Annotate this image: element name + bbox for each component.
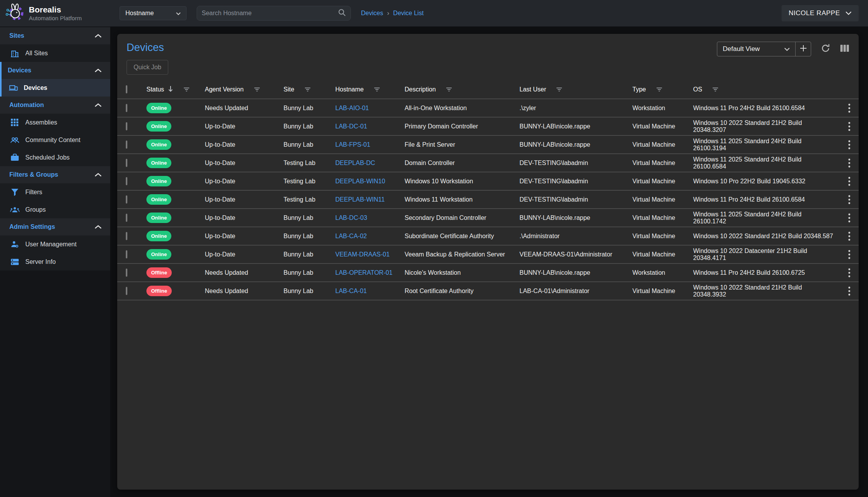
table-row[interactable]: Online Up-to-Date Bunny Lab LAB-FPS-01 F… (117, 135, 859, 154)
site-cell: Testing Lab (277, 172, 329, 190)
hostname-link[interactable]: DEEPLAB-WIN11 (335, 196, 385, 203)
refresh-button[interactable] (820, 43, 831, 55)
table-row[interactable]: Online Up-to-Date Bunny Lab LAB-DC-01 Pr… (117, 117, 859, 135)
row-actions-kebab-icon[interactable] (840, 195, 859, 205)
sidebar-section-filters-groups[interactable]: Filters & Groups (0, 166, 110, 183)
table-row[interactable]: Online Up-to-Date Testing Lab DEEPLAB-WI… (117, 172, 859, 190)
table-row[interactable]: Online Up-to-Date Testing Lab DEEPLAB-WI… (117, 190, 859, 209)
last-user-cell: VEEAM-DRAAS-01\Administrator (513, 245, 626, 263)
select-all-checkbox[interactable] (126, 85, 127, 93)
hostname-link[interactable]: LAB-CA-02 (335, 233, 367, 239)
row-checkbox[interactable] (126, 140, 127, 149)
sidebar-section-automation[interactable]: Automation (0, 97, 110, 114)
breadcrumb-devices[interactable]: Devices (361, 10, 383, 17)
column-header-agent-version[interactable]: Agent Version (205, 86, 244, 93)
sort-descending-icon[interactable] (168, 86, 173, 93)
table-row[interactable]: Online Up-to-Date Testing Lab DEEPLAB-DC… (117, 154, 859, 172)
sidebar-item-all-sites[interactable]: All Sites (0, 44, 110, 62)
row-checkbox[interactable] (126, 177, 127, 185)
hostname-link[interactable]: LAB-AIO-01 (335, 105, 369, 111)
column-header-last-user[interactable]: Last User (519, 86, 546, 93)
hostname-link[interactable]: VEEAM-DRAAS-01 (335, 251, 390, 258)
row-actions-kebab-icon[interactable] (840, 176, 859, 186)
row-actions-kebab-icon[interactable] (840, 231, 859, 241)
sidebar-item-community-content[interactable]: Community Content (0, 131, 110, 149)
site-cell: Bunny Lab (277, 117, 329, 135)
sidebar-section-devices[interactable]: Devices (0, 62, 110, 79)
add-view-button[interactable] (795, 42, 811, 56)
hostname-link[interactable]: LAB-DC-01 (335, 123, 367, 130)
filter-icon[interactable] (712, 87, 718, 92)
sidebar-item-user-management[interactable]: User Management (0, 235, 110, 253)
breadcrumb-device-list[interactable]: Device List (393, 10, 424, 17)
briefcase-icon (10, 153, 19, 162)
hostname-link[interactable]: DEEPLAB-DC (335, 160, 375, 166)
description-cell: Secondary Domain Controller (398, 209, 513, 227)
sidebar-item-label: Filters (25, 189, 42, 196)
table-row[interactable]: Online Up-to-Date Bunny Lab LAB-DC-03 Se… (117, 209, 859, 227)
column-header-type[interactable]: Type (632, 86, 646, 93)
row-checkbox[interactable] (126, 104, 127, 112)
table-row[interactable]: Offline Needs Updated Bunny Lab LAB-CA-0… (117, 282, 859, 300)
row-actions-kebab-icon[interactable] (840, 249, 859, 260)
hostname-link[interactable]: LAB-DC-03 (335, 214, 367, 221)
table-row[interactable]: Online Needs Updated Bunny Lab LAB-AIO-0… (117, 99, 859, 117)
row-actions-kebab-icon[interactable] (840, 103, 859, 113)
quick-job-button[interactable]: Quick Job (127, 60, 168, 75)
sidebar-item-scheduled-jobs[interactable]: Scheduled Jobs (0, 149, 110, 166)
user-menu-button[interactable]: NICOLE RAPPE (782, 5, 859, 21)
table-row[interactable]: Online Up-to-Date Bunny Lab LAB-CA-02 Su… (117, 227, 859, 245)
filter-icon[interactable] (656, 87, 662, 92)
column-header-os[interactable]: OS (693, 86, 702, 93)
sidebar-section-sites[interactable]: Sites (0, 27, 110, 44)
column-header-site[interactable]: Site (283, 86, 294, 93)
hostname-link[interactable]: LAB-OPERATOR-01 (335, 269, 393, 276)
sidebar-section-admin-settings[interactable]: Admin Settings (0, 218, 110, 235)
column-header-description[interactable]: Description (405, 86, 436, 93)
grid-icon (10, 118, 19, 127)
row-checkbox[interactable] (126, 214, 127, 222)
row-actions-kebab-icon[interactable] (840, 140, 859, 150)
filter-icon[interactable] (254, 87, 260, 92)
hostname-link[interactable]: LAB-CA-01 (335, 288, 367, 294)
row-checkbox[interactable] (126, 287, 127, 295)
search-field-selector[interactable]: Hostname (120, 6, 187, 20)
sidebar-item-filters[interactable]: Filters (0, 183, 110, 201)
columns-button[interactable] (840, 44, 849, 54)
row-actions-kebab-icon[interactable] (840, 286, 859, 296)
row-actions-kebab-icon[interactable] (840, 213, 859, 223)
type-cell: Virtual Machine (626, 190, 687, 209)
sidebar-item-assemblies[interactable]: Assemblies (0, 114, 110, 131)
row-checkbox[interactable] (126, 232, 127, 240)
row-actions-kebab-icon[interactable] (840, 268, 859, 278)
status-badge: Online (146, 249, 171, 260)
table-row[interactable]: Offline Needs Updated Bunny Lab LAB-OPER… (117, 263, 859, 282)
hostname-link[interactable]: DEEPLAB-WIN10 (335, 178, 385, 184)
row-actions-kebab-icon[interactable] (840, 121, 859, 132)
filter-icon[interactable] (556, 87, 562, 92)
column-header-hostname[interactable]: Hostname (335, 86, 364, 93)
search-icon[interactable] (338, 9, 346, 18)
filter-icon[interactable] (305, 87, 311, 92)
sidebar-item-devices[interactable]: Devices (0, 79, 110, 97)
filter-icon[interactable] (183, 87, 190, 92)
sidebar-item-server-info[interactable]: Server Info (0, 253, 110, 270)
search-field-selector-value: Hostname (125, 10, 154, 17)
columns-icon (840, 44, 849, 54)
row-checkbox[interactable] (126, 159, 127, 167)
row-checkbox[interactable] (126, 250, 127, 258)
row-actions-kebab-icon[interactable] (840, 158, 859, 168)
row-checkbox[interactable] (126, 122, 127, 130)
filter-icon[interactable] (446, 87, 452, 92)
sidebar-item-groups[interactable]: Groups (0, 201, 110, 218)
view-selector[interactable]: Default View (717, 42, 795, 56)
site-cell: Bunny Lab (277, 99, 329, 117)
filter-icon[interactable] (374, 87, 380, 92)
search-input[interactable] (202, 10, 338, 17)
hostname-link[interactable]: LAB-FPS-01 (335, 141, 370, 148)
column-header-status[interactable]: Status (146, 86, 164, 93)
type-cell: Virtual Machine (626, 209, 687, 227)
row-checkbox[interactable] (126, 195, 127, 204)
row-checkbox[interactable] (126, 269, 127, 277)
table-row[interactable]: Online Up-to-Date Bunny Lab VEEAM-DRAAS-… (117, 245, 859, 263)
